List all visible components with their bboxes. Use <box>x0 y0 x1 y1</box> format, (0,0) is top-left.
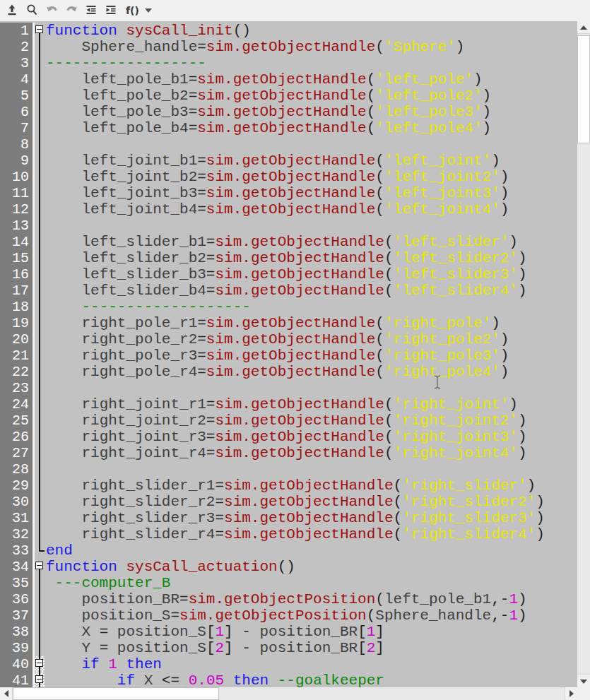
horizontal-scrollbar-thumb[interactable] <box>13 687 219 700</box>
fold-margin <box>35 445 45 461</box>
code-line[interactable]: 13 <box>0 218 545 234</box>
code-text: left_slider_b4=sim.getObjectHandle('left… <box>45 283 527 299</box>
fold-margin <box>35 185 45 201</box>
line-number: 15 <box>0 250 33 266</box>
code-text <box>45 218 46 234</box>
code-line[interactable]: 12 left_joint_b4=sim.getObjectHandle('le… <box>0 201 545 218</box>
code-line[interactable]: 37 position_S=sim.getObjectPosition(Sphe… <box>0 607 545 624</box>
code-line[interactable]: 25 right_joint_r2=sim.getObjectHandle('r… <box>0 413 545 429</box>
code-line[interactable]: 36 position_BR=sim.getObjectPosition(lef… <box>0 591 545 607</box>
triangle-left-icon <box>4 690 8 697</box>
fold-margin <box>35 283 45 299</box>
undo-button[interactable] <box>44 3 59 18</box>
scroll-up-button[interactable] <box>577 21 590 34</box>
fold-margin[interactable] <box>35 559 45 575</box>
code-line[interactable]: 7 left_pole_b4=sim.getObjectHandle('left… <box>0 120 545 136</box>
vertical-scrollbar[interactable] <box>577 21 590 687</box>
code-line[interactable]: 19 right_pole_r1=sim.getObjectHandle('ri… <box>0 315 545 331</box>
fold-margin[interactable] <box>35 672 45 687</box>
code-line[interactable]: 10 left_joint_b2=sim.getObjectHandle('le… <box>0 169 545 185</box>
code-line[interactable]: 35 ---computer_B <box>0 575 545 591</box>
code-text: left_pole_b4=sim.getObjectHandle('left_p… <box>45 120 491 136</box>
line-number: 12 <box>0 201 33 218</box>
code-line[interactable]: 8 <box>0 136 545 153</box>
code-line[interactable]: 15 left_slider_b2=sim.getObjectHandle('l… <box>0 250 545 266</box>
fold-toggle-icon[interactable] <box>35 659 43 667</box>
code-line[interactable]: 17 left_slider_b4=sim.getObjectHandle('l… <box>0 283 545 299</box>
code-line[interactable]: 21 right_pole_r3=sim.getObjectHandle('ri… <box>0 348 545 364</box>
code-text: right_pole_r1=sim.getObjectHandle('right… <box>45 315 500 331</box>
scroll-down-button[interactable] <box>577 675 590 687</box>
code-line[interactable]: 26 right_joint_r3=sim.getObjectHandle('r… <box>0 429 545 445</box>
code-text: if X <= 0.05 then --goalkeeper <box>45 672 384 687</box>
line-number: 6 <box>0 104 33 120</box>
code-line[interactable]: 11 left_joint_b3=sim.getObjectHandle('le… <box>0 185 545 201</box>
code-line[interactable]: 41 if X <= 0.05 then --goalkeeper <box>0 672 545 687</box>
code-line[interactable]: 31 right_slider_r3=sim.getObjectHandle('… <box>0 510 545 526</box>
code-line[interactable]: 24 right_joint_r1=sim.getObjectHandle('r… <box>0 396 545 413</box>
fold-margin <box>35 575 45 591</box>
code-line[interactable]: 23 <box>0 380 545 396</box>
code-editor-area[interactable]: 1 function sysCall_init() 2 Sphere_handl… <box>0 21 577 687</box>
line-number: 10 <box>0 169 33 185</box>
line-number: 14 <box>0 234 33 250</box>
code-line[interactable]: 5 left_pole_b2=sim.getObjectHandle('left… <box>0 88 545 104</box>
code-text: right_slider_r2=sim.getObjectHandle('rig… <box>45 494 545 510</box>
search-button[interactable] <box>24 3 40 18</box>
fold-toggle-icon[interactable] <box>35 675 43 683</box>
line-number: 24 <box>0 396 33 413</box>
upload-script-button[interactable] <box>4 3 20 18</box>
code-line[interactable]: 14 left_slider_b1=sim.getObjectHandle('l… <box>0 234 545 250</box>
fold-margin[interactable] <box>35 23 45 39</box>
line-number: 13 <box>0 218 33 234</box>
scroll-left-button[interactable] <box>0 687 13 700</box>
code-line[interactable]: 29 right_slider_r1=sim.getObjectHandle('… <box>0 477 545 494</box>
code-line[interactable]: 33 end <box>0 542 545 559</box>
indent-button[interactable] <box>103 3 119 18</box>
code-line[interactable]: 38 X = position_S[1] - position_BR[1] <box>0 624 545 640</box>
vertical-scrollbar-thumb[interactable] <box>577 35 590 143</box>
line-number: 27 <box>0 445 33 461</box>
triangle-up-icon <box>580 25 587 30</box>
code-line[interactable]: 20 right_pole_r2=sim.getObjectHandle('ri… <box>0 331 545 348</box>
code-line[interactable]: 40 if 1 then <box>0 656 545 672</box>
line-number: 38 <box>0 624 33 640</box>
fold-margin <box>35 88 45 104</box>
code-line[interactable]: 30 right_slider_r2=sim.getObjectHandle('… <box>0 494 545 510</box>
functions-dropdown-button[interactable]: f() <box>123 3 155 18</box>
fold-margin <box>35 169 45 185</box>
fold-margin <box>35 591 45 607</box>
code-line[interactable]: 32 right_slider_r4=sim.getObjectHandle('… <box>0 526 545 542</box>
fold-margin[interactable] <box>35 656 45 672</box>
fold-margin <box>35 331 45 348</box>
fold-margin <box>35 55 45 71</box>
code-line[interactable]: 16 left_slider_b3=sim.getObjectHandle('l… <box>0 266 545 283</box>
code-text: left_joint_b3=sim.getObjectHandle('left_… <box>45 185 509 201</box>
fold-margin <box>35 266 45 283</box>
line-number: 9 <box>0 153 33 169</box>
code-text: end <box>45 542 73 559</box>
fold-margin <box>35 607 45 624</box>
code-line[interactable]: 39 Y = position_S[2] - position_BR[2] <box>0 640 545 656</box>
code-line[interactable]: 34 function sysCall_actuation() <box>0 559 545 575</box>
line-number: 39 <box>0 640 33 656</box>
outdent-button[interactable] <box>83 3 99 18</box>
code-line[interactable]: 1 function sysCall_init() <box>0 23 545 39</box>
horizontal-scrollbar[interactable] <box>0 687 577 700</box>
redo-icon <box>65 4 78 18</box>
code-line[interactable]: 27 right_joint_r4=sim.getObjectHandle('r… <box>0 445 545 461</box>
code-line[interactable]: 4 left_pole_b1=sim.getObjectHandle('left… <box>0 71 545 88</box>
code-text: right_slider_r4=sim.getObjectHandle('rig… <box>45 526 545 542</box>
fold-toggle-icon[interactable] <box>35 25 43 33</box>
redo-button[interactable] <box>64 3 79 18</box>
code-line[interactable]: 6 left_pole_b3=sim.getObjectHandle('left… <box>0 104 545 120</box>
code-line[interactable]: 22 right_pole_r4=sim.getObjectHandle('ri… <box>0 364 545 380</box>
code-line[interactable]: 2 Sphere_handle=sim.getObjectHandle('Sph… <box>0 39 545 55</box>
code-line[interactable]: 9 left_joint_b1=sim.getObjectHandle('lef… <box>0 153 545 169</box>
code-line[interactable]: 3 ------------------ <box>0 55 545 71</box>
scroll-right-button[interactable] <box>565 687 577 700</box>
code-line[interactable]: 28 <box>0 461 545 477</box>
code-line[interactable]: 18 ------------------- <box>0 299 545 315</box>
code-text: right_slider_r3=sim.getObjectHandle('rig… <box>45 510 545 526</box>
fold-toggle-icon[interactable] <box>35 562 43 569</box>
